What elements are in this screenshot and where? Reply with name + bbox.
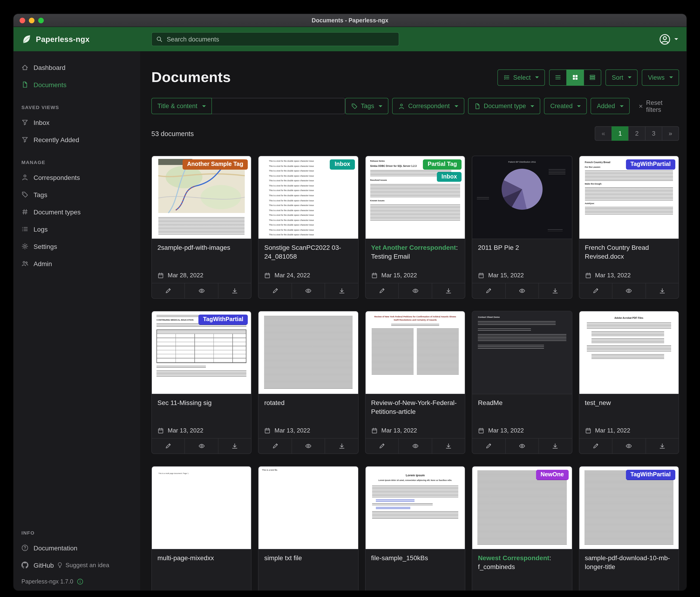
tag-badge[interactable]: Partial Tag — [423, 159, 461, 169]
document-title-link[interactable]: 2011 BP Pie 2 — [478, 243, 566, 252]
reset-filters-button[interactable]: × Reset filters — [639, 99, 679, 113]
view-button[interactable] — [505, 438, 539, 453]
document-title-link[interactable]: Yet Another Correspondent: Testing Email — [371, 243, 459, 261]
zoom-button[interactable] — [38, 18, 44, 23]
document-thumbnail[interactable]: Another Sample Tag — [152, 156, 251, 239]
document-thumbnail[interactable]: Contact Sheet Demo — [472, 311, 572, 394]
search-input[interactable] — [166, 35, 395, 43]
document-type-filter-button[interactable]: Document type — [468, 98, 541, 114]
title-content-filter-button[interactable]: Title & content — [151, 98, 212, 114]
tag-badge[interactable]: TagWithPartial — [626, 159, 675, 169]
download-button[interactable] — [218, 283, 251, 298]
edit-button[interactable] — [579, 438, 612, 453]
correspondent-filter-button[interactable]: Correspondent — [392, 98, 464, 114]
edit-button[interactable] — [259, 438, 292, 453]
download-button[interactable] — [431, 283, 465, 298]
view-button[interactable] — [292, 438, 325, 453]
edit-button[interactable] — [472, 283, 505, 298]
document-thumbnail[interactable]: This is a multi page document. Page 1. — [152, 467, 251, 549]
sidebar-item-dashboard[interactable]: Dashboard — [14, 59, 140, 76]
document-thumbnail[interactable]: Adobe Acrobat PDF Files — [579, 311, 679, 394]
search-bar[interactable] — [151, 32, 399, 46]
view-button[interactable] — [292, 283, 325, 298]
edit-button[interactable] — [259, 283, 292, 298]
minimize-button[interactable] — [29, 18, 34, 23]
sidebar-item-inbox[interactable]: Inbox — [14, 114, 140, 131]
pagination-page-1[interactable]: 1 — [611, 126, 629, 141]
edit-button[interactable] — [472, 438, 505, 453]
document-title-link[interactable]: Sec 11-Missing sig — [157, 399, 246, 407]
tag-badge[interactable]: Inbox — [437, 172, 462, 182]
document-title-link[interactable]: simple txt file — [264, 554, 353, 563]
document-title-link[interactable]: 2sample-pdf-with-images — [157, 243, 246, 252]
pagination-page-3[interactable]: 3 — [645, 126, 662, 141]
document-thumbnail[interactable] — [259, 311, 358, 394]
edit-button[interactable] — [579, 283, 612, 298]
download-button[interactable] — [431, 438, 465, 453]
sidebar-item-tags[interactable]: Tags — [14, 186, 140, 203]
document-title-link[interactable]: Sonstige ScanPC2022 03-24_081058 — [264, 243, 353, 261]
sidebar-item-documentation[interactable]: Documentation — [14, 539, 140, 556]
view-button[interactable] — [398, 438, 432, 453]
pagination-next-button[interactable]: » — [662, 126, 679, 141]
document-thumbnail[interactable]: This is a test file. — [259, 467, 358, 549]
document-thumbnail[interactable]: CONTINUING MEDICAL EDUCATION TagWithPart… — [152, 311, 251, 394]
close-button[interactable] — [20, 18, 25, 23]
pagination-page-2[interactable]: 2 — [628, 126, 646, 141]
sidebar-item-logs[interactable]: Logs — [14, 220, 140, 238]
sidebar-item-admin[interactable]: Admin — [14, 255, 140, 272]
select-button[interactable]: Select — [497, 69, 545, 86]
document-thumbnail[interactable]: NewOne — [472, 467, 572, 549]
sidebar-item-settings[interactable]: Settings — [14, 238, 140, 255]
title-content-input[interactable] — [212, 98, 345, 114]
view-button[interactable] — [185, 283, 218, 298]
download-button[interactable] — [539, 438, 572, 453]
view-button[interactable] — [612, 438, 645, 453]
document-thumbnail[interactable]: French Country Bread For the Leaven: Mak… — [579, 156, 679, 239]
document-thumbnail[interactable]: Release Notes Simba ODBC Driver for SQL … — [366, 156, 465, 239]
added-filter-button[interactable]: Added — [591, 98, 629, 114]
tag-badge[interactable]: TagWithPartial — [626, 470, 675, 480]
view-button[interactable] — [505, 283, 539, 298]
tag-badge[interactable]: NewOne — [536, 470, 569, 480]
created-filter-button[interactable]: Created — [544, 98, 587, 114]
download-button[interactable] — [539, 283, 572, 298]
document-title-link[interactable]: French Country Bread Revised.docx — [585, 243, 673, 261]
views-button[interactable]: Views — [642, 69, 679, 86]
document-thumbnail[interactable]: TagWithPartial — [579, 467, 679, 549]
sidebar-item-suggest-idea[interactable]: Suggest an idea — [56, 562, 115, 569]
sidebar-item-documents[interactable]: Documents — [14, 76, 140, 93]
edit-button[interactable] — [152, 438, 185, 453]
edit-button[interactable] — [152, 283, 185, 298]
document-correspondent[interactable]: Yet Another Correspondent — [371, 244, 456, 251]
download-button[interactable] — [645, 438, 679, 453]
tag-badge[interactable]: Another Sample Tag — [182, 159, 248, 169]
document-title-link[interactable]: file-sample_150kBs — [371, 554, 459, 563]
sidebar-item-github[interactable]: GitHub — [14, 556, 56, 574]
sidebar-item-correspondents[interactable]: Correspondents — [14, 169, 140, 186]
tags-filter-button[interactable]: Tags — [345, 98, 389, 114]
download-button[interactable] — [645, 283, 679, 298]
view-details-button[interactable] — [584, 69, 601, 86]
document-thumbnail[interactable]: Lorem ipsum Lorem ipsum dolor sit amet, … — [366, 467, 465, 549]
document-title-link[interactable]: Newest Correspondent: f_combineds — [478, 554, 566, 571]
user-menu-button[interactable] — [659, 33, 686, 45]
document-title-link[interactable]: Review-of-New-York-Federal-Petitions-art… — [371, 399, 459, 416]
info-icon[interactable] — [77, 578, 83, 585]
sort-button[interactable]: Sort — [606, 69, 638, 86]
app-brand[interactable]: Paperless-ngx — [14, 34, 144, 44]
tag-badge[interactable]: TagWithPartial — [198, 315, 248, 325]
document-thumbnail[interactable]: Patient BP Distribution 2011 — [472, 156, 572, 239]
pagination-prev-button[interactable]: « — [595, 126, 612, 141]
view-button[interactable] — [398, 283, 432, 298]
view-button[interactable] — [185, 438, 218, 453]
edit-button[interactable] — [366, 283, 398, 298]
edit-button[interactable] — [366, 438, 398, 453]
document-title-link[interactable]: sample-pdf-download-10-mb-longer-title — [585, 554, 673, 571]
document-title-link[interactable]: ReadMe — [478, 399, 566, 407]
sidebar-item-recently-added[interactable]: Recently Added — [14, 131, 140, 148]
download-button[interactable] — [218, 438, 251, 453]
download-button[interactable] — [325, 283, 358, 298]
tag-badge[interactable]: Inbox — [330, 159, 355, 169]
view-button[interactable] — [612, 283, 645, 298]
